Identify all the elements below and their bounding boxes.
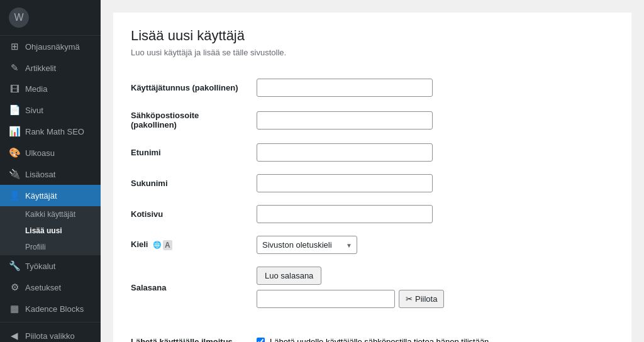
appearance-icon: 🎨: [9, 147, 20, 158]
dashboard-icon: ⊞: [9, 41, 20, 52]
sidebar-item-dashboard-label: Ohjausnäkymä: [25, 42, 80, 52]
sidebar-subitem-all-users[interactable]: Kaikki käyttäjät: [0, 206, 101, 223]
language-select[interactable]: Sivuston oletuskieliSuomiEnglish: [257, 236, 357, 254]
firstname-label: Etunimi: [131, 137, 257, 168]
hide-password-button[interactable]: ✂ Piilota: [399, 290, 444, 308]
sidebar-item-settings-label: Asetukset: [25, 283, 61, 292]
sidebar-item-media-label: Media: [25, 84, 47, 94]
sidebar-item-collapse-label: Piilota valikko: [25, 331, 75, 341]
add-user-form: Käyttäjätunnus (pakollinen) Sähköpostios…: [131, 72, 614, 342]
content-area: Lisää uusi käyttäjä Luo uusi käyttäjä ja…: [113, 13, 631, 342]
pages-icon: 📄: [9, 104, 20, 116]
notify-label: Lähetä käyttäjälle ilmoitus: [131, 329, 257, 342]
generate-password-button[interactable]: Luo salasana: [257, 267, 321, 285]
sidebar-item-plugins-label: Lisäosat: [25, 170, 55, 179]
rankmath-icon: 📊: [9, 126, 20, 137]
sidebar-item-users[interactable]: 👤 Käyttäjät: [0, 185, 101, 206]
users-icon: 👤: [9, 190, 20, 201]
sidebar-item-users-label: Käyttäjät: [25, 191, 57, 201]
email-row: Sähköpostiosoite (pakollinen): [131, 103, 614, 137]
sidebar-item-tools[interactable]: 🔧 Työkalut: [0, 255, 101, 277]
language-icons: 🌐 A: [153, 240, 172, 250]
password-label: Salasana: [131, 260, 257, 314]
sidebar-item-posts-label: Artikkelit: [25, 63, 56, 73]
settings-icon: ⚙: [9, 282, 20, 293]
globe-icon: 🌐: [153, 241, 162, 249]
posts-icon: ✎: [9, 62, 20, 74]
website-label: Kotisivu: [131, 199, 257, 229]
sidebar-item-dashboard[interactable]: ⊞ Ohjausnäkymä: [0, 36, 101, 57]
website-input[interactable]: [257, 205, 433, 223]
sidebar-item-media[interactable]: 🎞 Media: [0, 79, 101, 99]
password-row: Salasana Luo salasana ✂ Piilota: [131, 260, 614, 314]
sidebar-item-settings[interactable]: ⚙ Asetukset: [0, 277, 101, 298]
notify-checkbox[interactable]: [257, 338, 265, 342]
username-input[interactable]: [257, 79, 433, 97]
sidebar-item-posts[interactable]: ✎ Artikkelit: [0, 57, 101, 79]
sidebar: W ⊞ Ohjausnäkymä ✎ Artikkelit 🎞 Media 📄 …: [0, 0, 101, 342]
email-label: Sähköpostiosoite (pakollinen): [131, 103, 257, 137]
lastname-input[interactable]: [257, 174, 433, 192]
email-input[interactable]: [257, 111, 433, 130]
profile-label: Profiili: [25, 243, 46, 251]
all-users-label: Kaikki käyttäjät: [25, 210, 75, 219]
wp-logo-icon: W: [9, 8, 29, 28]
language-select-wrapper: Sivuston oletuskieliSuomiEnglish ▼: [257, 236, 357, 254]
password-input-row: ✂ Piilota: [257, 290, 614, 308]
notify-checkbox-row: Lähetä uudelle käyttäjälle sähköpostilla…: [257, 337, 614, 342]
sidebar-item-pages[interactable]: 📄 Sivut: [0, 99, 101, 121]
spacer-row: [131, 314, 614, 329]
sidebar-item-collapse[interactable]: ◀ Piilota valikko: [0, 325, 101, 342]
username-row: Käyttäjätunnus (pakollinen): [131, 72, 614, 103]
sidebar-item-tools-label: Työkalut: [25, 262, 55, 271]
page-title: Lisää uusi käyttäjä: [131, 28, 614, 44]
collapse-icon: ◀: [9, 330, 20, 341]
sidebar-item-rankmath[interactable]: 📊 Rank Math SEO: [0, 121, 101, 142]
sidebar-logo: W: [0, 0, 101, 36]
sidebar-item-plugins[interactable]: 🔌 Lisäosat: [0, 163, 101, 185]
language-label: Kieli 🌐 A: [131, 229, 257, 260]
add-new-label: Lisää uusi: [25, 226, 62, 235]
sidebar-divider: [0, 322, 101, 323]
sidebar-item-appearance-label: Ulkoasu: [25, 148, 55, 158]
sidebar-item-appearance[interactable]: 🎨 Ulkoasu: [0, 142, 101, 163]
notify-row: Lähetä käyttäjälle ilmoitus Lähetä uudel…: [131, 329, 614, 342]
sidebar-item-kadence[interactable]: ▦ Kadence Blocks: [0, 298, 101, 319]
firstname-row: Etunimi: [131, 137, 614, 168]
sidebar-item-pages-label: Sivut: [25, 106, 43, 115]
sidebar-subitem-profile[interactable]: Profiili: [0, 239, 101, 255]
firstname-input[interactable]: [257, 143, 433, 162]
sidebar-item-rankmath-label: Rank Math SEO: [25, 127, 84, 136]
eye-slash-icon: ✂: [406, 294, 413, 304]
lastname-label: Sukunimi: [131, 168, 257, 199]
users-submenu: Kaikki käyttäjät Lisää uusi Profiili: [0, 206, 101, 255]
language-row: Kieli 🌐 A Sivuston oletuskieliSuomiEngli…: [131, 229, 614, 260]
lastname-row: Sukunimi: [131, 168, 614, 199]
password-input[interactable]: [257, 290, 395, 308]
sidebar-item-kadence-label: Kadence Blocks: [25, 304, 84, 314]
sidebar-subitem-add-new[interactable]: Lisää uusi: [0, 223, 101, 239]
password-field-area: Luo salasana ✂ Piilota: [257, 267, 614, 308]
username-label: Käyttäjätunnus (pakollinen): [131, 72, 257, 103]
plugins-icon: 🔌: [9, 168, 20, 180]
kadence-icon: ▦: [9, 303, 20, 314]
page-subtitle: Luo uusi käyttäjä ja lisää se tälle sivu…: [131, 48, 614, 57]
hide-label: Piilota: [415, 294, 437, 304]
website-row: Kotisivu: [131, 199, 614, 229]
tools-icon: 🔧: [9, 260, 20, 272]
main-content: Lisää uusi käyttäjä Luo uusi käyttäjä ja…: [101, 0, 644, 342]
media-icon: 🎞: [9, 84, 20, 94]
notify-text: Lähetä uudelle käyttäjälle sähköpostilla…: [270, 337, 491, 342]
translate-icon: A: [163, 240, 172, 250]
